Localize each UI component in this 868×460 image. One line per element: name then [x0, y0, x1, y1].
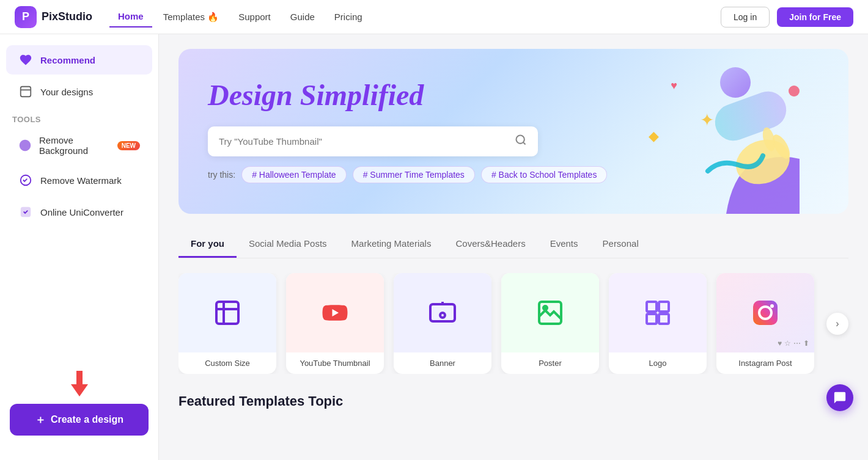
card-instagram-preview: ♥☆⋯⬆ — [716, 273, 814, 352]
svg-rect-13 — [647, 302, 657, 312]
card-banner[interactable]: Banner — [394, 273, 491, 374]
nav-links: Home Templates 🔥 Support Guide Pricing — [109, 6, 371, 27]
sidebar-item-remove-bg[interactable]: Remove Background NEW — [6, 128, 152, 163]
search-bar — [208, 126, 538, 156]
svg-rect-0 — [21, 87, 31, 97]
card-poster-label: Poster — [501, 352, 599, 374]
nav-pricing[interactable]: Pricing — [326, 7, 371, 27]
svg-rect-16 — [659, 314, 669, 324]
layout: Recommend Your designs Tools Remove Back… — [0, 34, 868, 460]
navbar: P PixStudio Home Templates 🔥 Support Gui… — [0, 0, 868, 34]
sidebar-item-remove-watermark[interactable]: Remove Watermark — [6, 166, 152, 195]
card-banner-label: Banner — [394, 352, 491, 374]
main-content: Design Simplified try this: # Halloween … — [159, 34, 868, 460]
svg-point-12 — [543, 306, 547, 310]
sidebar: Recommend Your designs Tools Remove Back… — [0, 34, 159, 460]
svg-point-6 — [769, 132, 793, 161]
scroll-right-button[interactable]: › — [826, 313, 848, 335]
create-design-button[interactable]: ＋ Create a design — [10, 404, 149, 436]
card-youtube-label: YouTube Thumbnail — [286, 352, 384, 374]
card-youtube-preview — [286, 273, 384, 352]
nav-right: Log in Join for Free — [721, 7, 853, 27]
tools-section-label: Tools — [0, 108, 158, 126]
nav-templates[interactable]: Templates 🔥 — [155, 7, 228, 27]
tag-back-to-school[interactable]: # Back to School Templates — [481, 166, 608, 183]
tab-for-you[interactable]: For you — [178, 231, 237, 258]
svg-rect-17 — [753, 301, 778, 325]
remove-bg-label: Remove Background — [39, 135, 106, 156]
designs-icon — [18, 84, 33, 99]
card-youtube-thumbnail[interactable]: YouTube Thumbnail — [286, 273, 384, 374]
create-arrow — [10, 371, 149, 399]
tab-events[interactable]: Events — [538, 231, 590, 258]
deco-diamond: ◆ — [649, 128, 659, 144]
login-button[interactable]: Log in — [721, 7, 770, 27]
svg-rect-8 — [216, 302, 238, 324]
design-type-section: Custom Size YouTube Thumbnail — [178, 273, 848, 374]
category-tabs: For you Social Media Posts Marketing Mat… — [178, 231, 848, 258]
your-designs-label: Your designs — [40, 87, 93, 97]
uniconverter-label: Online UniConverter — [40, 207, 123, 217]
search-input[interactable] — [219, 136, 515, 147]
design-card-grid: Custom Size YouTube Thumbnail — [178, 273, 848, 374]
svg-point-7 — [760, 126, 778, 152]
instagram-overlay: ♥☆⋯⬆ — [778, 339, 809, 348]
logo-text: PixStudio — [42, 10, 92, 23]
nav-home[interactable]: Home — [109, 6, 152, 27]
search-button[interactable] — [515, 134, 527, 149]
card-logo-preview — [609, 273, 707, 352]
nav-guide[interactable]: Guide — [282, 7, 323, 27]
svg-rect-15 — [647, 314, 657, 324]
new-badge: NEW — [117, 141, 140, 150]
sidebar-bottom: ＋ Create a design — [0, 359, 158, 450]
sidebar-item-your-designs[interactable]: Your designs — [6, 77, 152, 106]
tab-social-media[interactable]: Social Media Posts — [237, 231, 339, 258]
join-button[interactable]: Join for Free — [777, 7, 853, 27]
remove-watermark-label: Remove Watermark — [40, 175, 122, 186]
try-this: try this: # Halloween Template # Summer … — [208, 166, 819, 183]
svg-point-10 — [440, 313, 445, 318]
card-custom-size[interactable]: Custom Size — [178, 273, 276, 374]
card-instagram-label: Instagram Post — [716, 352, 814, 374]
remove-watermark-icon — [18, 173, 33, 188]
sidebar-item-recommend[interactable]: Recommend — [6, 45, 152, 75]
hero-decoration: ✦ ♥ — [604, 49, 848, 214]
svg-rect-14 — [659, 302, 669, 312]
tab-covers-headers[interactable]: Covers&Headers — [443, 231, 537, 258]
featured-section: Featured Templates Topic — [178, 393, 848, 409]
nav-support[interactable]: Support — [230, 7, 279, 27]
remove-bg-icon — [18, 138, 32, 153]
heart-icon — [18, 53, 33, 67]
card-instagram[interactable]: ♥☆⋯⬆ Instagram Post — [716, 273, 814, 374]
card-logo-label: Logo — [609, 352, 707, 374]
card-poster[interactable]: Poster — [501, 273, 599, 374]
card-custom-label: Custom Size — [178, 352, 276, 374]
sidebar-item-uniconverter[interactable]: Online UniConverter — [6, 197, 152, 227]
logo[interactable]: P PixStudio — [15, 6, 92, 28]
uniconverter-icon — [18, 205, 33, 219]
tag-summer[interactable]: # Summer Time Templates — [353, 166, 475, 183]
card-logo[interactable]: Logo — [609, 273, 707, 374]
card-poster-preview — [501, 273, 599, 352]
tab-marketing[interactable]: Marketing Materials — [339, 231, 444, 258]
hero-banner: Design Simplified try this: # Halloween … — [178, 49, 848, 214]
card-custom-preview — [178, 273, 276, 352]
svg-point-4 — [517, 135, 524, 143]
arrow-stem — [76, 371, 83, 384]
logo-icon: P — [15, 6, 37, 28]
tag-halloween[interactable]: # Halloween Template — [241, 166, 347, 183]
arrow-down-icon — [71, 384, 88, 396]
try-label: try this: — [208, 170, 235, 180]
hero-title: Design Simplified — [208, 79, 819, 126]
chat-bubble-button[interactable] — [826, 384, 853, 411]
svg-point-19 — [770, 304, 774, 308]
card-banner-preview — [394, 273, 491, 352]
create-label: Create a design — [51, 414, 123, 425]
tab-personal[interactable]: Personal — [590, 231, 651, 258]
recommend-label: Recommend — [40, 55, 95, 65]
create-plus-icon: ＋ — [35, 412, 46, 427]
featured-title: Featured Templates Topic — [178, 393, 848, 409]
